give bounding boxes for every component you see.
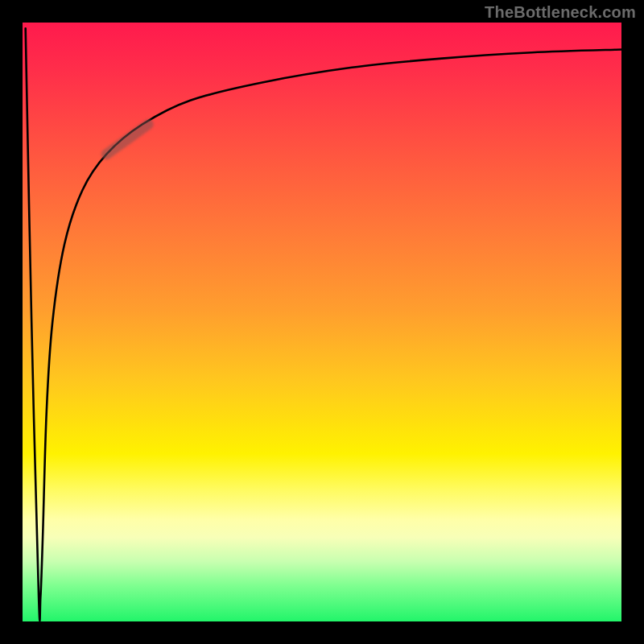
attribution-label: TheBottleneck.com	[485, 3, 636, 22]
highlight-segment	[106, 125, 148, 155]
bottleneck-curve-line	[26, 28, 621, 621]
chart-svg	[23, 23, 621, 621]
chart-plot-area	[23, 23, 621, 621]
